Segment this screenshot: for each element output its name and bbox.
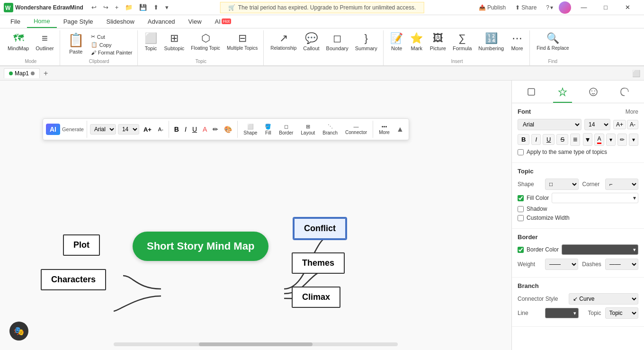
layout-btn[interactable]: ⊞ Layout bbox=[298, 122, 318, 137]
fill-color-swatch[interactable]: ▾ bbox=[552, 193, 638, 203]
characters-node[interactable]: Characters bbox=[41, 269, 106, 290]
tab-file[interactable]: File bbox=[4, 15, 27, 28]
paste-btn[interactable]: 📋 Paste bbox=[64, 30, 88, 59]
panel-tab-style[interactable] bbox=[522, 84, 541, 103]
tab-slideshow[interactable]: Slideshow bbox=[100, 15, 141, 28]
save-btn[interactable]: 💾 bbox=[137, 3, 149, 12]
tab-advanced[interactable]: Advanced bbox=[141, 15, 182, 28]
close-btn[interactable]: ✕ bbox=[617, 0, 638, 15]
panel-highlight-btn[interactable]: ✏ bbox=[617, 134, 627, 146]
note-btn[interactable]: 📝 Note bbox=[387, 30, 406, 53]
undo-btn[interactable]: ↩ bbox=[89, 3, 99, 12]
more-toolbar-btn[interactable]: ••• More bbox=[376, 122, 393, 137]
user-avatar[interactable] bbox=[559, 1, 571, 14]
border-color-swatch[interactable]: ▾ bbox=[562, 244, 638, 255]
decrease-font-btn[interactable]: A- bbox=[156, 126, 166, 133]
panel-align-btn[interactable]: ≡ bbox=[570, 134, 580, 146]
expand-view-btn[interactable]: ⬜ bbox=[632, 70, 640, 77]
panel-strike-btn[interactable]: S bbox=[556, 134, 568, 145]
more-insert-btn[interactable]: ⋯ More bbox=[508, 30, 527, 53]
bold-btn[interactable]: B bbox=[172, 125, 181, 134]
collapse-toolbar-btn[interactable]: ▲ bbox=[394, 124, 406, 135]
help-btn[interactable]: ? ▾ bbox=[542, 2, 557, 13]
tab-ai[interactable]: AI Hot bbox=[208, 15, 238, 28]
canvas[interactable]: AI Generate Arial 14 A+ A- B I U A ✏ 🎨 bbox=[0, 81, 511, 350]
panel-bold-btn[interactable]: B bbox=[518, 134, 529, 145]
panel-increase-size-btn[interactable]: A+ bbox=[613, 120, 626, 129]
panel-highlight-dropdown[interactable]: ▾ bbox=[629, 134, 638, 146]
panel-font-select[interactable]: Arial bbox=[518, 119, 581, 130]
mindmap-btn[interactable]: 🗺 MindMap bbox=[5, 30, 32, 53]
avatar-btn[interactable]: 🎭 bbox=[9, 322, 28, 341]
formula-btn[interactable]: ∑ Formula bbox=[450, 30, 474, 53]
numbering-btn[interactable]: 🔢 Numbering bbox=[475, 30, 507, 53]
tab-home[interactable]: Home bbox=[27, 15, 57, 28]
more-btn[interactable]: ▾ bbox=[163, 3, 171, 12]
ai-generate-btn[interactable]: AI bbox=[46, 124, 60, 135]
tab-map1[interactable]: Map1 bbox=[4, 68, 40, 78]
picture-btn[interactable]: 🖼 Picture bbox=[427, 30, 449, 53]
panel-size-select[interactable]: 14 bbox=[584, 119, 610, 130]
underline-btn[interactable]: U bbox=[190, 125, 199, 134]
customize-width-checkbox[interactable] bbox=[518, 215, 524, 221]
find-replace-btn[interactable]: 🔍 Find & Replace bbox=[534, 30, 572, 53]
panel-tab-theme[interactable] bbox=[615, 84, 634, 103]
maximize-btn[interactable]: □ bbox=[595, 0, 617, 15]
panel-font-color-btn[interactable]: A bbox=[594, 134, 604, 146]
subtopic-btn[interactable]: ⊞ Subtopic bbox=[161, 30, 188, 53]
fill-btn[interactable]: 🪣 Fill bbox=[262, 122, 274, 137]
topic-line-select[interactable]: Topic bbox=[605, 307, 639, 319]
format-painter-btn[interactable]: 🖌 Format Painter bbox=[89, 49, 134, 56]
export-btn[interactable]: ⬆ bbox=[151, 3, 161, 12]
boundary-btn[interactable]: ◻ Boundary bbox=[323, 30, 351, 53]
fill-color-checkbox[interactable] bbox=[518, 195, 524, 201]
font-color-btn[interactable]: A bbox=[200, 125, 209, 134]
highlight-btn[interactable]: ✏ bbox=[210, 125, 221, 134]
connector-btn[interactable]: — Connector bbox=[342, 122, 370, 137]
font-more-link[interactable]: More bbox=[626, 108, 638, 115]
horizontal-scrollbar[interactable] bbox=[114, 342, 398, 346]
multiple-topics-btn[interactable]: ⊟ Multiple Topics bbox=[224, 30, 260, 53]
line-color-swatch[interactable]: ▾ bbox=[545, 308, 579, 318]
plot-node[interactable]: Plot bbox=[63, 234, 100, 256]
branch-btn[interactable]: ⋱ Branch bbox=[320, 122, 340, 137]
minimize-btn[interactable]: — bbox=[573, 0, 595, 15]
central-node[interactable]: Short Story Mind Map bbox=[133, 232, 268, 261]
font-family-select[interactable]: Arial bbox=[90, 124, 116, 135]
scrollbar-thumb[interactable] bbox=[199, 342, 313, 346]
panel-italic-btn[interactable]: I bbox=[531, 134, 541, 145]
cut-btn[interactable]: ✂ Cut bbox=[89, 33, 134, 41]
corner-select[interactable]: ⌐ bbox=[605, 179, 639, 190]
tab-view[interactable]: View bbox=[182, 15, 208, 28]
increase-font-btn[interactable]: A+ bbox=[141, 125, 154, 134]
conflict-node[interactable]: Conflict bbox=[294, 218, 346, 239]
italic-btn[interactable]: I bbox=[182, 125, 189, 134]
weight-select[interactable]: —— ─ ─ bbox=[545, 259, 578, 270]
shadow-checkbox[interactable] bbox=[518, 206, 524, 212]
open-btn[interactable]: 📁 bbox=[123, 3, 135, 12]
fill-color-btn-ft[interactable]: 🎨 bbox=[222, 125, 234, 134]
connector-style-select[interactable]: ↙ Curve → Straight bbox=[569, 293, 638, 305]
font-size-select[interactable]: 14 bbox=[118, 124, 139, 135]
topic-btn[interactable]: ⬜ Topic bbox=[142, 30, 161, 53]
border-btn[interactable]: ◻ Border bbox=[276, 122, 296, 137]
themes-node[interactable]: Themes bbox=[292, 252, 345, 274]
copy-btn[interactable]: 📋 Copy bbox=[89, 41, 134, 49]
panel-tab-ai[interactable] bbox=[553, 84, 572, 103]
panel-decrease-size-btn[interactable]: A- bbox=[627, 120, 638, 129]
border-color-checkbox[interactable] bbox=[518, 247, 524, 253]
climax-node[interactable]: Climax bbox=[292, 287, 340, 308]
new-btn[interactable]: + bbox=[113, 3, 121, 12]
tab-page-style[interactable]: Page Style bbox=[57, 15, 100, 28]
panel-align-btn-2[interactable]: ▾ bbox=[583, 133, 592, 146]
mark-btn[interactable]: ⭐ Mark bbox=[407, 30, 426, 53]
panel-tab-emoji[interactable] bbox=[584, 84, 603, 103]
publish-btn[interactable]: 📤 Publish bbox=[475, 2, 510, 13]
floating-topic-btn[interactable]: ⬡ Floating Topic bbox=[188, 30, 223, 53]
relationship-btn[interactable]: ↗ Relationship bbox=[268, 30, 299, 53]
outliner-btn[interactable]: ≡ Outliner bbox=[33, 30, 57, 53]
panel-font-color-dropdown[interactable]: ▾ bbox=[606, 134, 616, 146]
summary-btn[interactable]: } Summary bbox=[352, 30, 380, 53]
share-btn[interactable]: ⬆ Share bbox=[511, 2, 540, 13]
redo-btn[interactable]: ↪ bbox=[101, 3, 111, 12]
